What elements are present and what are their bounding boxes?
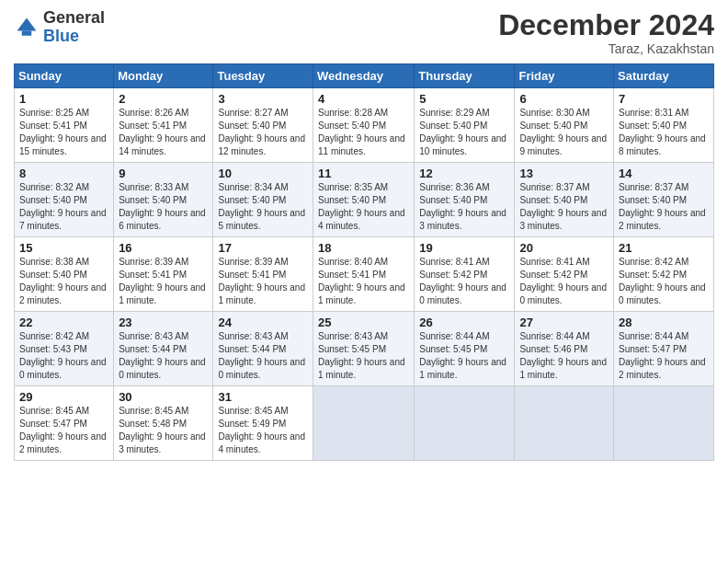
day-number: 18	[318, 241, 409, 255]
calendar-cell: 17Sunrise: 8:39 AM Sunset: 5:41 PM Dayli…	[213, 237, 313, 312]
calendar-cell: 14Sunrise: 8:37 AM Sunset: 5:40 PM Dayli…	[614, 163, 714, 237]
day-number: 4	[318, 92, 409, 106]
calendar-week-row: 15Sunrise: 8:38 AM Sunset: 5:40 PM Dayli…	[15, 237, 714, 312]
day-number: 12	[419, 167, 509, 180]
day-info: Sunrise: 8:44 AM Sunset: 5:45 PM Dayligh…	[419, 330, 509, 382]
day-number: 8	[19, 167, 108, 180]
calendar-cell: 5Sunrise: 8:29 AM Sunset: 5:40 PM Daylig…	[415, 88, 515, 163]
calendar-week-row: 8Sunrise: 8:32 AM Sunset: 5:40 PM Daylig…	[15, 163, 714, 237]
day-number: 6	[519, 92, 609, 106]
calendar-page: General Blue December 2024 Taraz, Kazakh…	[0, 0, 728, 563]
day-number: 14	[619, 167, 709, 180]
day-info: Sunrise: 8:44 AM Sunset: 5:47 PM Dayligh…	[619, 330, 709, 382]
day-info: Sunrise: 8:43 AM Sunset: 5:45 PM Dayligh…	[318, 330, 409, 382]
day-info: Sunrise: 8:39 AM Sunset: 5:41 PM Dayligh…	[119, 256, 208, 307]
calendar-cell: 31Sunrise: 8:45 AM Sunset: 5:49 PM Dayli…	[213, 386, 313, 461]
day-number: 26	[419, 316, 509, 329]
header: General Blue December 2024 Taraz, Kazakh…	[14, 9, 714, 56]
calendar-cell: 20Sunrise: 8:41 AM Sunset: 5:42 PM Dayli…	[515, 237, 614, 312]
calendar-cell: 1Sunrise: 8:25 AM Sunset: 5:41 PM Daylig…	[15, 88, 114, 163]
day-number: 9	[119, 167, 208, 180]
calendar-body: 1Sunrise: 8:25 AM Sunset: 5:41 PM Daylig…	[15, 88, 714, 461]
calendar-week-row: 29Sunrise: 8:45 AM Sunset: 5:47 PM Dayli…	[15, 386, 714, 461]
calendar-cell: 19Sunrise: 8:41 AM Sunset: 5:42 PM Dayli…	[415, 237, 515, 312]
day-number: 15	[19, 241, 108, 255]
day-info: Sunrise: 8:44 AM Sunset: 5:46 PM Dayligh…	[519, 330, 609, 382]
day-info: Sunrise: 8:34 AM Sunset: 5:40 PM Dayligh…	[218, 181, 308, 233]
day-number: 25	[318, 316, 409, 329]
calendar-cell: 7Sunrise: 8:31 AM Sunset: 5:40 PM Daylig…	[614, 88, 714, 163]
calendar-cell	[415, 386, 515, 461]
day-info: Sunrise: 8:41 AM Sunset: 5:42 PM Dayligh…	[419, 256, 509, 307]
svg-marker-0	[17, 17, 37, 30]
day-number: 10	[218, 167, 308, 180]
calendar-cell: 10Sunrise: 8:34 AM Sunset: 5:40 PM Dayli…	[213, 163, 313, 237]
calendar-cell: 23Sunrise: 8:43 AM Sunset: 5:44 PM Dayli…	[114, 312, 213, 386]
weekday-header-wednesday: Wednesday	[313, 64, 415, 88]
title-block: December 2024 Taraz, Kazakhstan	[498, 9, 714, 56]
day-info: Sunrise: 8:38 AM Sunset: 5:40 PM Dayligh…	[19, 256, 108, 307]
day-number: 5	[419, 92, 509, 106]
day-info: Sunrise: 8:39 AM Sunset: 5:41 PM Dayligh…	[218, 256, 308, 307]
calendar-cell: 16Sunrise: 8:39 AM Sunset: 5:41 PM Dayli…	[114, 237, 213, 312]
day-number: 17	[218, 241, 308, 255]
day-number: 27	[519, 316, 609, 329]
day-info: Sunrise: 8:33 AM Sunset: 5:40 PM Dayligh…	[119, 181, 208, 233]
calendar-cell: 4Sunrise: 8:28 AM Sunset: 5:40 PM Daylig…	[313, 88, 415, 163]
logo-text: General Blue	[43, 9, 105, 46]
day-number: 24	[218, 316, 308, 329]
day-info: Sunrise: 8:41 AM Sunset: 5:42 PM Dayligh…	[519, 256, 609, 307]
day-info: Sunrise: 8:45 AM Sunset: 5:48 PM Dayligh…	[119, 405, 208, 456]
day-info: Sunrise: 8:45 AM Sunset: 5:49 PM Dayligh…	[218, 405, 308, 456]
calendar-header: SundayMondayTuesdayWednesdayThursdayFrid…	[15, 64, 714, 88]
day-info: Sunrise: 8:32 AM Sunset: 5:40 PM Dayligh…	[19, 181, 108, 233]
day-number: 13	[519, 167, 609, 180]
calendar-cell: 29Sunrise: 8:45 AM Sunset: 5:47 PM Dayli…	[15, 386, 114, 461]
calendar-cell: 21Sunrise: 8:42 AM Sunset: 5:42 PM Dayli…	[614, 237, 714, 312]
weekday-header-thursday: Thursday	[415, 64, 515, 88]
day-number: 23	[119, 316, 208, 329]
day-info: Sunrise: 8:42 AM Sunset: 5:42 PM Dayligh…	[619, 256, 709, 307]
weekday-row: SundayMondayTuesdayWednesdayThursdayFrid…	[15, 64, 714, 88]
day-info: Sunrise: 8:42 AM Sunset: 5:43 PM Dayligh…	[19, 330, 108, 382]
day-number: 28	[619, 316, 709, 329]
calendar-cell: 26Sunrise: 8:44 AM Sunset: 5:45 PM Dayli…	[415, 312, 515, 386]
day-number: 29	[19, 390, 108, 404]
calendar-week-row: 1Sunrise: 8:25 AM Sunset: 5:41 PM Daylig…	[15, 88, 714, 163]
logo-blue: Blue	[43, 28, 105, 46]
day-info: Sunrise: 8:40 AM Sunset: 5:41 PM Dayligh…	[318, 256, 409, 307]
day-info: Sunrise: 8:35 AM Sunset: 5:40 PM Dayligh…	[318, 181, 409, 233]
weekday-header-saturday: Saturday	[614, 64, 714, 88]
day-number: 20	[519, 241, 609, 255]
day-info: Sunrise: 8:43 AM Sunset: 5:44 PM Dayligh…	[119, 330, 208, 382]
calendar-cell: 3Sunrise: 8:27 AM Sunset: 5:40 PM Daylig…	[213, 88, 313, 163]
day-info: Sunrise: 8:36 AM Sunset: 5:40 PM Dayligh…	[419, 181, 509, 233]
calendar-table: SundayMondayTuesdayWednesdayThursdayFrid…	[14, 63, 714, 461]
day-info: Sunrise: 8:37 AM Sunset: 5:40 PM Dayligh…	[619, 181, 709, 233]
calendar-cell	[313, 386, 415, 461]
day-info: Sunrise: 8:25 AM Sunset: 5:41 PM Dayligh…	[19, 107, 108, 158]
calendar-cell: 18Sunrise: 8:40 AM Sunset: 5:41 PM Dayli…	[313, 237, 415, 312]
calendar-cell: 15Sunrise: 8:38 AM Sunset: 5:40 PM Dayli…	[15, 237, 114, 312]
weekday-header-monday: Monday	[114, 64, 213, 88]
calendar-cell: 30Sunrise: 8:45 AM Sunset: 5:48 PM Dayli…	[114, 386, 213, 461]
svg-rect-1	[22, 30, 32, 35]
calendar-cell: 25Sunrise: 8:43 AM Sunset: 5:45 PM Dayli…	[313, 312, 415, 386]
weekday-header-tuesday: Tuesday	[213, 64, 313, 88]
calendar-cell: 13Sunrise: 8:37 AM Sunset: 5:40 PM Dayli…	[515, 163, 614, 237]
logo-icon	[14, 15, 40, 40]
calendar-cell	[614, 386, 714, 461]
location: Taraz, Kazakhstan	[498, 41, 714, 56]
logo: General Blue	[14, 9, 105, 46]
calendar-cell	[515, 386, 614, 461]
day-info: Sunrise: 8:45 AM Sunset: 5:47 PM Dayligh…	[19, 405, 108, 456]
weekday-header-friday: Friday	[515, 64, 614, 88]
day-info: Sunrise: 8:26 AM Sunset: 5:41 PM Dayligh…	[119, 107, 208, 158]
day-number: 22	[19, 316, 108, 329]
calendar-cell: 6Sunrise: 8:30 AM Sunset: 5:40 PM Daylig…	[515, 88, 614, 163]
day-number: 1	[19, 92, 108, 106]
day-number: 7	[619, 92, 709, 106]
day-number: 30	[119, 390, 208, 404]
calendar-week-row: 22Sunrise: 8:42 AM Sunset: 5:43 PM Dayli…	[15, 312, 714, 386]
day-info: Sunrise: 8:43 AM Sunset: 5:44 PM Dayligh…	[218, 330, 308, 382]
